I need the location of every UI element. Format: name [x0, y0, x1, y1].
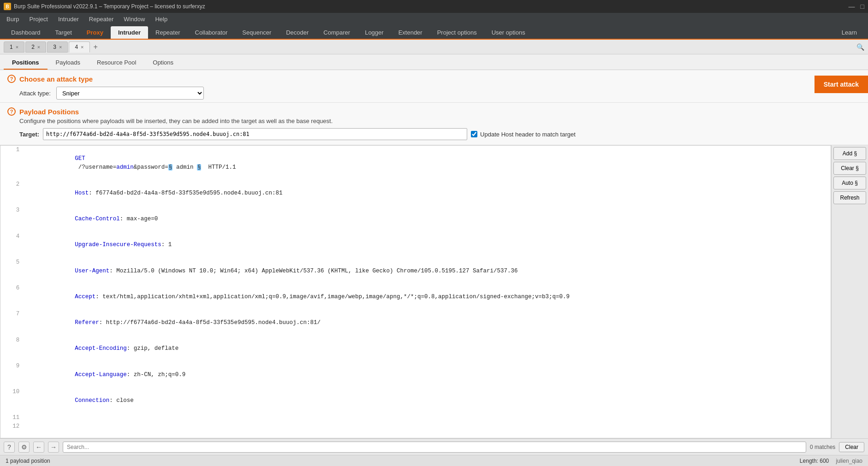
- settings-button[interactable]: ⚙: [18, 442, 30, 453]
- update-host-checkbox[interactable]: [471, 131, 477, 137]
- request-editor[interactable]: 1 GET /?username=admin&password=§ admin …: [0, 145, 831, 438]
- sub-tab-options[interactable]: Options: [144, 56, 182, 70]
- instance-tab-4[interactable]: 4 ×: [69, 41, 89, 53]
- length-status: Length: 600 julien_qiao: [800, 458, 862, 464]
- instance-tab-3-label: 3: [53, 44, 56, 50]
- table-row: 12: [0, 422, 831, 431]
- tab-repeater[interactable]: Repeater: [148, 26, 187, 39]
- attack-type-select[interactable]: Sniper Battering ram Pitchfork Cluster b…: [56, 87, 204, 100]
- user-label: julien_qiao: [836, 458, 862, 464]
- clear-section-button[interactable]: Clear §: [833, 162, 866, 175]
- table-row: 10 Connection: close: [0, 388, 831, 413]
- table-row: 9 Accept-Language: zh-CN, zh;q=0.9: [0, 362, 831, 388]
- sub-tab-positions[interactable]: Positions: [4, 56, 48, 70]
- bottom-search-bar: ? ⚙ ← → 0 matches Clear: [0, 438, 868, 455]
- table-row: 5 User-Agent: Mozilla/5.0 (Windows NT 10…: [0, 258, 831, 284]
- app-logo: B Burp Suite Professional v2022.9.1 – Te…: [4, 3, 205, 10]
- instance-tab-2-label: 2: [31, 44, 35, 50]
- maximize-button[interactable]: □: [861, 3, 864, 10]
- instance-tab-2-close[interactable]: ×: [37, 44, 40, 50]
- table-row: 4 Upgrade-Insecure-Requests: 1: [0, 232, 831, 258]
- menu-repeater[interactable]: Repeater: [84, 15, 118, 24]
- sub-tab-bar: Positions Payloads Resource Pool Options: [0, 54, 868, 70]
- table-row: 11: [0, 413, 831, 422]
- instance-tab-1-label: 1: [10, 44, 13, 50]
- table-row: 7 Referer: http://f6774a6d-bd2d-4a4a-8f5…: [0, 310, 831, 336]
- burp-logo-icon: B: [4, 3, 11, 10]
- instance-tab-4-label: 4: [75, 44, 78, 50]
- attack-type-label: Attack type:: [19, 90, 51, 97]
- add-instance-tab-button[interactable]: +: [91, 42, 101, 52]
- window-controls[interactable]: — □: [849, 3, 864, 10]
- tab-logger[interactable]: Logger: [357, 26, 391, 39]
- intruder-area: 1 × 2 × 3 × 4 × + 🔍 Positions Payloads R…: [0, 40, 868, 466]
- tab-comparer[interactable]: Comparer: [316, 26, 357, 39]
- content-area: Start attack ? Choose an attack type Att…: [0, 70, 868, 466]
- start-attack-button[interactable]: Start attack: [814, 76, 868, 93]
- refresh-button[interactable]: Refresh: [833, 191, 866, 204]
- table-row: 3 Cache-Control: max-age=0: [0, 206, 831, 232]
- instance-tab-bar: 1 × 2 × 3 × 4 × + 🔍: [0, 40, 868, 54]
- update-host-label: Update Host header to match target: [480, 131, 576, 138]
- status-bar: 1 payload position Length: 600 julien_qi…: [0, 455, 868, 466]
- tab-user-options[interactable]: User options: [484, 26, 533, 39]
- tab-dashboard[interactable]: Dashboard: [4, 26, 48, 39]
- table-row: 2 Host: f6774a6d-bd2d-4a4a-8f5d-33f535e9…: [0, 180, 831, 206]
- payload-positions-desc: Configure the positions where payloads w…: [19, 118, 861, 124]
- table-row: 8 Accept-Encoding: gzip, deflate: [0, 336, 831, 362]
- tab-proxy[interactable]: Proxy: [79, 26, 111, 39]
- add-section-button[interactable]: Add §: [833, 147, 866, 160]
- prev-button[interactable]: ←: [33, 442, 44, 453]
- instance-tab-1[interactable]: 1 ×: [4, 41, 24, 53]
- app-title: Burp Suite Professional v2022.9.1 – Temp…: [14, 3, 205, 10]
- tab-intruder[interactable]: Intruder: [111, 26, 148, 39]
- tab-learn[interactable]: Learn: [834, 26, 864, 39]
- right-buttons-panel: Add § Clear § Auto § Refresh: [831, 145, 868, 438]
- attack-type-title: Choose an attack type: [19, 75, 93, 83]
- payload-positions-help-icon[interactable]: ?: [7, 107, 16, 116]
- auto-section-button[interactable]: Auto §: [833, 177, 866, 189]
- next-button[interactable]: →: [48, 442, 59, 453]
- update-host-row: Update Host header to match target: [471, 131, 576, 138]
- clear-search-button[interactable]: Clear: [839, 442, 864, 452]
- instance-tab-2[interactable]: 2 ×: [25, 41, 46, 53]
- tab-collaborator[interactable]: Collaborator: [188, 26, 235, 39]
- search-icon[interactable]: 🔍: [856, 43, 864, 51]
- tab-sequencer[interactable]: Sequencer: [235, 26, 279, 39]
- request-editor-wrapper: 1 GET /?username=admin&password=§ admin …: [0, 145, 868, 438]
- tab-target[interactable]: Target: [48, 26, 79, 39]
- matches-count: 0 matches: [810, 444, 835, 450]
- menu-burp[interactable]: Burp: [2, 15, 24, 24]
- menu-project[interactable]: Project: [24, 15, 52, 24]
- instance-tab-4-close[interactable]: ×: [81, 44, 83, 50]
- menu-bar: Burp Project Intruder Repeater Window He…: [0, 13, 868, 25]
- tab-project-options[interactable]: Project options: [430, 26, 484, 39]
- tab-decoder[interactable]: Decoder: [279, 26, 316, 39]
- payload-position-status: 1 payload position: [6, 458, 50, 464]
- attack-type-help-icon[interactable]: ?: [7, 75, 16, 83]
- table-row: 6 Accept: text/html,application/xhtml+xm…: [0, 284, 831, 310]
- payload-positions-title: Payload Positions: [19, 108, 79, 116]
- search-input[interactable]: [63, 442, 806, 453]
- target-label: Target:: [19, 131, 39, 138]
- menu-window[interactable]: Window: [119, 15, 149, 24]
- instance-tab-1-close[interactable]: ×: [16, 44, 18, 50]
- help-button[interactable]: ?: [4, 442, 15, 453]
- title-bar: B Burp Suite Professional v2022.9.1 – Te…: [0, 0, 868, 13]
- minimize-button[interactable]: —: [849, 3, 855, 10]
- table-row: 1 GET /?username=admin&password=§ admin …: [0, 146, 831, 180]
- target-input[interactable]: [43, 128, 467, 140]
- instance-tab-3[interactable]: 3 ×: [47, 41, 68, 53]
- tab-extender[interactable]: Extender: [391, 26, 430, 39]
- instance-tab-3-close[interactable]: ×: [59, 44, 62, 50]
- menu-intruder[interactable]: Intruder: [54, 15, 83, 24]
- main-tab-bar: Dashboard Target Proxy Intruder Repeater…: [0, 25, 868, 40]
- sub-tab-resource-pool[interactable]: Resource Pool: [89, 56, 144, 70]
- sub-tab-payloads[interactable]: Payloads: [48, 56, 89, 70]
- menu-help[interactable]: Help: [150, 15, 172, 24]
